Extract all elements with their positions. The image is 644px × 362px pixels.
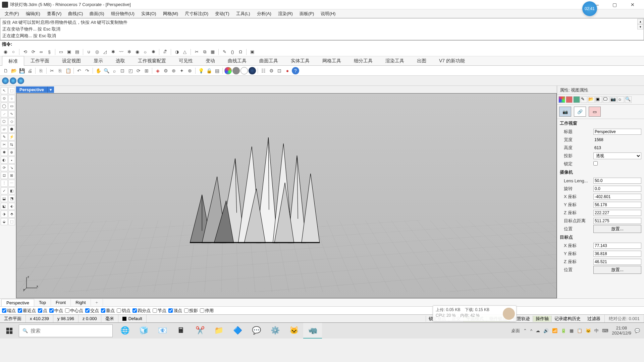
rotate-view-button[interactable]: ⟳ <box>135 67 142 74</box>
task-app2[interactable]: 🐱 <box>284 323 303 339</box>
osnap-四分点[interactable]: 四分点 <box>132 308 151 314</box>
prop-ic-display[interactable]: ▣ <box>595 96 602 103</box>
icon-loop2[interactable]: ⟳ <box>30 49 37 55</box>
menu-曲面(S)[interactable]: 曲面(S) <box>86 9 107 18</box>
lefttool-8[interactable]: ⬡ <box>1 118 8 125</box>
task-steam[interactable]: ⚙️ <box>266 323 284 339</box>
tray-wifi-icon[interactable]: 📶 <box>552 328 557 333</box>
start-button[interactable] <box>0 323 19 339</box>
menu-变动(T)[interactable]: 变动(T) <box>212 9 233 18</box>
tray-chevron-icon[interactable]: ^ <box>530 328 532 333</box>
task-explorer[interactable]: 📁 <box>209 323 228 339</box>
icon-target[interactable]: ◉ <box>134 49 141 55</box>
prop-ic-material[interactable] <box>558 96 565 103</box>
help-button[interactable]: ? <box>292 67 299 74</box>
paste-button[interactable]: 📋 <box>64 67 72 74</box>
tab-曲面工具[interactable]: 曲面工具 <box>253 56 284 65</box>
lefttool-17[interactable]: ⊕ <box>8 149 15 156</box>
viewport-label[interactable]: Perspective <box>16 86 47 93</box>
lefttool-6[interactable]: ⟋ <box>1 110 8 117</box>
lefttool-29[interactable]: ⬔ <box>8 195 15 202</box>
prop-ic-texture[interactable] <box>566 96 573 103</box>
copy-button[interactable]: ⎘ <box>56 67 64 74</box>
lefttool-22[interactable]: ⊡ <box>1 172 8 179</box>
lefttool-28[interactable]: ⬓ <box>1 195 8 202</box>
icon-car[interactable]: ⛐ <box>162 49 168 55</box>
tab-实体工具[interactable]: 实体工具 <box>284 56 316 65</box>
osnap-交点[interactable]: 交点 <box>85 308 99 314</box>
display-wireframe[interactable] <box>2 77 9 84</box>
command-line[interactable]: 指令: <box>0 40 644 48</box>
layers-button[interactable]: ▤ <box>213 67 221 74</box>
prop-input-位置[interactable]: 放置... <box>593 225 641 233</box>
lefttool-5[interactable]: ▭ <box>8 103 15 110</box>
task-rhino[interactable]: 🦏 <box>303 323 322 339</box>
icon-brush[interactable]: ✎ <box>221 49 228 55</box>
prop-input-目标点距离[interactable] <box>593 218 641 224</box>
lefttool-2[interactable]: ⊙ <box>1 95 8 102</box>
lefttool-4[interactable]: ◯ <box>1 103 8 110</box>
menu-文件(F)[interactable]: 文件(F) <box>1 9 22 18</box>
menu-实体(O)[interactable]: 实体(O) <box>138 9 160 18</box>
undo-button[interactable]: ↶ <box>75 67 83 74</box>
icon-omega[interactable]: Ω <box>237 49 244 55</box>
zoom-sel-button[interactable]: ⌕ <box>111 67 118 74</box>
status-cplane[interactable]: 工作平面 <box>0 315 26 322</box>
object-props-tab[interactable]: 🔗 <box>574 107 586 117</box>
icon-ring[interactable]: ◎ <box>94 49 100 55</box>
osnap-端点[interactable]: 端点 <box>2 308 16 314</box>
prop-input-Z 座标[interactable] <box>593 259 641 265</box>
prop-input-Y 座标[interactable] <box>593 251 641 257</box>
icon-paren[interactable]: () <box>229 49 236 55</box>
osnap-顶点[interactable]: 顶点 <box>168 308 182 314</box>
lefttool-14[interactable]: ✂ <box>1 141 8 148</box>
lefttool-13[interactable]: ⚡ <box>8 133 15 140</box>
tray-notifications-icon[interactable]: 💬 <box>635 328 640 333</box>
misc1-button[interactable]: ⚙ <box>162 67 169 74</box>
status-filter[interactable]: 过滤器 <box>583 315 605 322</box>
tab-可见性[interactable]: 可见性 <box>172 56 199 65</box>
viewport-menu-arrow[interactable]: ▾ <box>47 86 54 93</box>
taskbar-search[interactable]: 🔍 <box>19 324 113 337</box>
tab-变动[interactable]: 变动 <box>199 56 221 65</box>
misc3-button[interactable]: ✦ <box>178 67 185 74</box>
bulb-button[interactable]: 💡 <box>197 67 205 74</box>
prop-input-X 座标[interactable] <box>593 194 641 200</box>
osnap-投影[interactable]: 投影 <box>184 308 198 314</box>
prop-input-位置[interactable]: 放置... <box>593 266 641 274</box>
lefttool-7[interactable]: ∿ <box>8 110 15 117</box>
tray-desktop[interactable]: 桌面 <box>511 328 520 334</box>
vptab-Perspective[interactable]: Perspective <box>1 299 34 306</box>
icon-star[interactable]: ✱ <box>110 49 116 55</box>
shade4-button[interactable] <box>249 67 256 74</box>
icon-cyl[interactable]: ◑ <box>173 49 180 55</box>
status-toggle-记录建构历史[interactable]: 记录建构历史 <box>551 316 583 322</box>
tray-battery-icon[interactable]: 🔋 <box>561 328 566 333</box>
task-mail[interactable]: 📧 <box>153 323 172 339</box>
lefttool-0[interactable]: ↖ <box>1 87 8 94</box>
lefttool-11[interactable]: ⬢ <box>8 126 15 133</box>
pan-button[interactable]: ✋ <box>95 67 102 74</box>
icon-gear1[interactable]: ✻ <box>126 49 132 55</box>
task-calc[interactable]: 🖩 <box>172 323 191 339</box>
print-button[interactable]: 🖨 <box>26 67 34 74</box>
tray-up-icon[interactable]: ⌃ <box>523 328 527 333</box>
prop-input-Z 座标[interactable] <box>593 210 641 216</box>
tray-app-icon[interactable]: ▦ <box>570 328 574 333</box>
icon-angle[interactable]: ◿ <box>102 49 108 55</box>
tab-出图[interactable]: 出图 <box>411 56 433 65</box>
menu-说明(H)[interactable]: 说明(H) <box>317 9 339 18</box>
tab-V7 的新功能[interactable]: V7 的新功能 <box>433 56 471 65</box>
misc4-button[interactable]: ⊕ <box>186 67 194 74</box>
shade2-button[interactable] <box>232 67 240 74</box>
prop-input-投影[interactable]: 透视 <box>593 153 641 159</box>
menu-曲线(C)[interactable]: 曲线(C) <box>65 9 86 18</box>
lefttool-33[interactable]: ⬘ <box>8 210 15 218</box>
menu-编辑(E)[interactable]: 编辑(E) <box>22 9 44 18</box>
menu-渲染(R)[interactable]: 渲染(R) <box>275 9 296 18</box>
misc2-button[interactable]: ⊛ <box>170 67 177 74</box>
zoom-button[interactable]: 🔍 <box>103 67 110 74</box>
lefttool-20[interactable]: ⟳ <box>1 164 8 171</box>
open-button[interactable]: 📂 <box>10 67 17 74</box>
tray-keyboard-icon[interactable]: ⌨ <box>602 328 608 333</box>
